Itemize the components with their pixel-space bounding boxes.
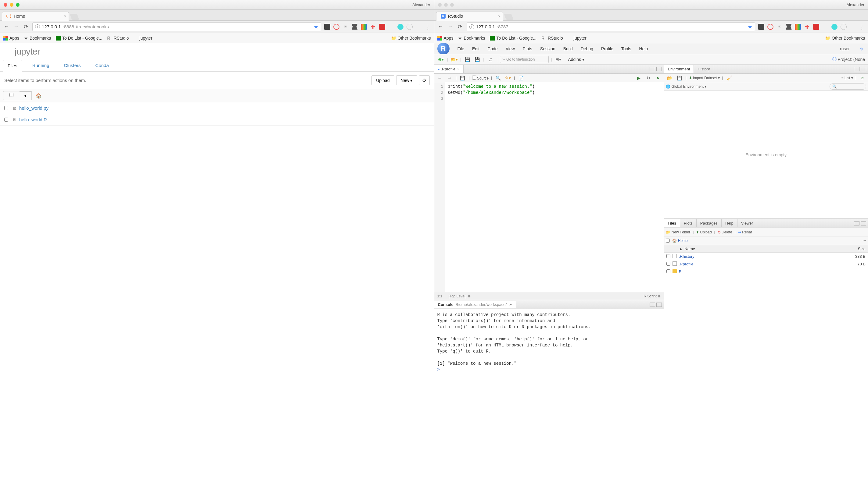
close-icon[interactable] xyxy=(4,3,7,7)
file-checkbox[interactable] xyxy=(4,106,8,110)
pocket-icon[interactable] xyxy=(786,24,792,30)
menu-build[interactable]: Build xyxy=(563,46,573,51)
maximize-pane-icon[interactable] xyxy=(656,67,662,71)
other-bookmarks[interactable]: 📁Other Bookmarks xyxy=(825,36,865,41)
tab-files[interactable]: Files xyxy=(664,219,680,227)
maximize-pane-icon[interactable] xyxy=(861,221,866,226)
bookmark-star-icon[interactable]: ★ xyxy=(314,23,318,30)
locate-icon[interactable]: ➣ xyxy=(509,302,512,307)
maximize-icon[interactable] xyxy=(450,3,454,7)
ext-icon[interactable] xyxy=(795,24,801,30)
ext-icon[interactable] xyxy=(324,24,330,30)
tab-packages[interactable]: Packages xyxy=(697,219,722,227)
minimize-pane-icon[interactable] xyxy=(854,67,860,71)
grid-icon[interactable]: ⊞▾ xyxy=(554,56,562,63)
new-tab-button[interactable] xyxy=(504,14,513,20)
goto-file-input[interactable]: ➣Go to file/function xyxy=(500,56,549,63)
select-dropdown[interactable]: ▾ xyxy=(20,91,32,100)
menu-edit[interactable]: Edit xyxy=(472,46,480,51)
load-icon[interactable]: 📂 xyxy=(666,74,673,81)
ext-icon[interactable] xyxy=(831,24,837,30)
project-label[interactable]: ⓇProject: (None xyxy=(832,57,865,62)
menu-view[interactable]: View xyxy=(506,46,515,51)
maximize-pane-icon[interactable] xyxy=(656,303,662,307)
ext-icon[interactable] xyxy=(841,24,847,30)
select-all-checkbox[interactable] xyxy=(666,239,670,242)
language-selector[interactable]: R Script ⇅ xyxy=(644,294,661,298)
tab-files[interactable]: Files xyxy=(3,60,22,71)
apps-button[interactable]: Apps xyxy=(3,36,19,41)
refresh-icon[interactable]: ⟳ xyxy=(859,74,866,81)
upload-button[interactable]: ⬆ Upload xyxy=(696,230,711,234)
minimize-pane-icon[interactable] xyxy=(650,67,655,71)
back-button[interactable]: ← xyxy=(3,23,10,30)
save-all-icon[interactable]: 💾 xyxy=(473,56,481,63)
find-icon[interactable]: 🔍 xyxy=(494,74,502,81)
file-link[interactable]: hello_world.py xyxy=(19,105,48,111)
save-icon[interactable]: 💾 xyxy=(459,74,466,81)
file-checkbox[interactable] xyxy=(4,117,8,122)
file-row[interactable]: 🗎 hello_world.R xyxy=(0,114,434,126)
ext-icon[interactable] xyxy=(388,24,395,30)
upload-button[interactable]: Upload xyxy=(371,75,394,85)
forward-button[interactable]: → xyxy=(13,23,20,30)
wand-icon[interactable]: ✎▾ xyxy=(504,74,511,81)
tab-close-icon[interactable]: × xyxy=(64,14,66,19)
bookmarks-button[interactable]: ★Bookmarks xyxy=(458,36,485,41)
jupyter-logo[interactable]: jupyter xyxy=(0,43,434,60)
save-icon[interactable]: 💾 xyxy=(675,74,683,81)
maximize-icon[interactable] xyxy=(16,3,20,7)
file-link[interactable]: hello_world.R xyxy=(19,117,47,122)
bookmarks-button[interactable]: ★Bookmarks xyxy=(24,36,51,41)
code-editor[interactable]: 123 print("Welcome to a new session.") s… xyxy=(434,82,664,292)
browser-tab[interactable]: R RStudio × xyxy=(436,12,503,21)
back-button[interactable]: ← xyxy=(437,23,444,30)
rerun-icon[interactable]: ↻ xyxy=(645,74,652,81)
file-checkbox[interactable] xyxy=(666,262,670,266)
new-button[interactable]: New ▾ xyxy=(396,75,417,85)
env-search-input[interactable]: 🔍 xyxy=(830,84,866,90)
tab-help[interactable]: Help xyxy=(722,219,738,227)
file-row[interactable]: .Rhistory 333 B xyxy=(664,253,868,260)
ext-icon[interactable] xyxy=(361,24,367,30)
tab-plots[interactable]: Plots xyxy=(680,219,697,227)
back-icon[interactable]: ⬅ xyxy=(436,74,443,81)
print-icon[interactable]: 🖨 xyxy=(487,56,494,63)
compile-icon[interactable]: 📄 xyxy=(517,74,525,81)
rename-button[interactable]: ➡ Renar xyxy=(738,230,752,234)
minimize-pane-icon[interactable] xyxy=(650,303,655,307)
forward-button[interactable]: → xyxy=(447,23,454,30)
reload-button[interactable]: ⟳ xyxy=(457,23,464,30)
ext-icon[interactable] xyxy=(379,24,385,30)
signout-icon[interactable]: ⎋ xyxy=(857,45,865,52)
tab-environment[interactable]: Environment xyxy=(664,65,694,73)
tab-clusters[interactable]: Clusters xyxy=(60,60,85,71)
new-tab-button[interactable] xyxy=(69,14,79,20)
ext-icon[interactable] xyxy=(850,24,856,30)
ext-icon[interactable] xyxy=(416,24,422,30)
ext-icon[interactable] xyxy=(767,24,773,30)
list-view-button[interactable]: ≡ List ▾ xyxy=(842,76,853,80)
address-field[interactable]: i 127.0.0.1:8787 ★ xyxy=(467,22,755,31)
menu-file[interactable]: File xyxy=(458,46,464,51)
bookmark-jupyter[interactable]: jupyter xyxy=(568,36,586,41)
import-dataset-button[interactable]: ⬇ Import Dataset ▾ xyxy=(689,76,720,80)
delete-button[interactable]: ⊘ Delete xyxy=(718,230,732,234)
tab-conda[interactable]: Conda xyxy=(91,60,113,71)
file-row[interactable]: 🗎 hello_world.py xyxy=(0,102,434,114)
new-file-icon[interactable]: ⊕▾ xyxy=(437,56,445,63)
tab-viewer[interactable]: Viewer xyxy=(738,219,757,227)
console-output[interactable]: R is a collaborative project with many c… xyxy=(434,309,664,493)
scope-selector[interactable]: 🌐 Global Environment ▾ xyxy=(666,84,706,89)
bookmark-todo[interactable]: To Do List - Google... xyxy=(56,36,102,41)
browser-tab[interactable]: Home × xyxy=(2,12,69,21)
bookmark-todo[interactable]: To Do List - Google... xyxy=(490,36,537,41)
ext-icon[interactable]: ✉ xyxy=(343,24,349,30)
address-field[interactable]: i 127.0.0.1:8888/tree#notebooks ★ xyxy=(32,22,321,31)
bookmark-star-icon[interactable]: ★ xyxy=(748,23,752,30)
ext-icon[interactable] xyxy=(813,24,819,30)
bookmark-jupyter[interactable]: jupyter xyxy=(134,36,152,41)
ext-icon[interactable] xyxy=(822,24,828,30)
forward-icon[interactable]: ➡ xyxy=(446,74,453,81)
console-tab[interactable]: Console /home/alexander/workspace/ ➣ xyxy=(434,301,517,308)
